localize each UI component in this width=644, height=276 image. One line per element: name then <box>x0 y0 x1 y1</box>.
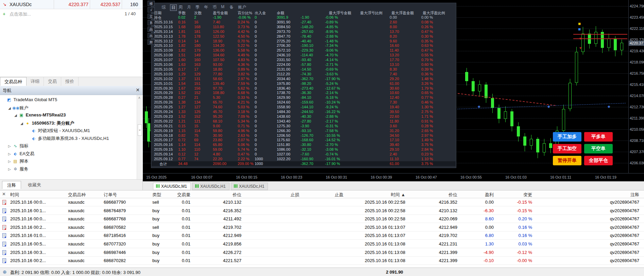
tree-expander-icon[interactable]: ▷ <box>8 144 12 148</box>
stats-cell: -17.90 % <box>325 162 340 166</box>
stats-cell: 1.38 <box>178 100 185 104</box>
tree-item[interactable]: ⬖ 对锁3按钮 - XAUUSDc,M1 <box>27 128 90 135</box>
trend-line[interactable] <box>458 93 556 106</box>
bottom-tab-收藏夹[interactable]: 收藏夹 <box>23 181 46 189</box>
chart-tab-XAUUSDc,M1[interactable]: XAUUSDc,M1 <box>153 183 191 190</box>
price-axis-label: 4218.090 <box>630 60 644 64</box>
tree-item[interactable]: ◢◉◉ 账户 <box>8 105 29 112</box>
trade-button-手工加空[interactable]: 手工加空 <box>553 144 581 153</box>
order-cell: 686764879 <box>104 208 126 213</box>
close-icon[interactable]: ✕ <box>2 191 6 197</box>
chart-tab-XAUUSDc,H1[interactable]: XAUUSDc,H1 <box>192 183 230 190</box>
stats-tab-周[interactable]: 周 <box>179 4 183 10</box>
chart-tool-button[interactable]: 品 <box>148 26 155 32</box>
orders-column-header[interactable]: 止盈 <box>289 192 343 198</box>
tree-expander-icon[interactable]: ◢ <box>20 122 24 125</box>
order-cell: 0.01 <box>133 250 190 255</box>
add-symbol-icon[interactable]: + <box>3 11 5 17</box>
order-row[interactable]: 2025.10.16 01:0...xauusdc687185416buy0.0… <box>0 232 644 240</box>
chart-tool-button[interactable]: 出 <box>148 33 155 38</box>
order-cell: 687185416 <box>104 233 126 238</box>
tree-item[interactable]: ▷✲ 服务 <box>8 166 29 173</box>
stats-tab-账户[interactable]: 账户 <box>238 4 246 10</box>
chart-tool-button[interactable]: √ <box>148 7 155 13</box>
chart-tool-button[interactable]: 立 <box>148 14 155 19</box>
order-row[interactable]: 2025.10.16 00:0...xauusdc686687768buy0.0… <box>0 215 644 223</box>
resistance-line[interactable] <box>573 34 627 35</box>
price-axis-label: 4208.710 <box>630 139 644 143</box>
order-buy-icon <box>2 233 6 238</box>
stats-tab-年[interactable]: 年 <box>204 4 208 10</box>
orders-column-header[interactable]: 时间 ▲ <box>351 192 405 198</box>
stats-tab-综[interactable]: 综 <box>162 4 166 10</box>
chart-tab-XAUUSDc,H1[interactable]: XAUUSDc,H1 <box>231 183 268 190</box>
trade-button-平多单[interactable]: 平多单 <box>584 132 613 142</box>
orders-column-header[interactable]: 交易量 <box>136 192 190 198</box>
navigator-scrollbar[interactable]: ∧ ≡ <box>137 95 142 179</box>
stats-cell: 1.14 <box>178 143 185 147</box>
chart-tool-button[interactable]: 移 <box>148 1 155 6</box>
tree-item[interactable]: ▷⬖ EA交易 <box>8 151 34 158</box>
order-row[interactable]: 2025.10.16 00:2...xauusdc686870582sell0.… <box>0 223 644 232</box>
nav-tab-报价[interactable]: 报价 <box>61 77 79 86</box>
order-row[interactable]: 2025.10.16 00:0...xauusdc686687790sell0.… <box>0 198 644 206</box>
ea-stats-panel: 综日周月季年币M备账户日期手数次数盈亏金额百分比%出入金余额最大浮亏金额最大浮亏… <box>151 3 456 168</box>
stats-cell: 持仓 <box>154 15 162 20</box>
orders-column-header[interactable]: 变更 <box>478 192 532 198</box>
tree-expander-icon[interactable]: ▷ <box>8 167 12 171</box>
bottom-tab-注释[interactable]: 注释 <box>2 181 21 189</box>
stats-cell: 1.10 <box>178 147 185 151</box>
stats-tab-备[interactable]: 备 <box>230 4 234 10</box>
nav-tab-详细[interactable]: 详细 <box>27 77 44 86</box>
tree-item[interactable]: ◩ TradeMax Global MT5 <box>2 97 57 105</box>
tree-expander-icon[interactable]: ◢ <box>8 106 12 110</box>
orders-column-header[interactable]: 时间 <box>10 192 19 198</box>
orders-column-header[interactable]: 注释 <box>585 192 639 198</box>
chart-tool-button[interactable]: B <box>148 20 155 25</box>
stats-cell: 18.90 <box>213 39 222 43</box>
order-row[interactable]: 2025.10.16 00:1...xauusdc686764879buy0.0… <box>0 207 644 215</box>
price-axis-label: 4206.030 <box>630 161 644 165</box>
trade-button-手工加多[interactable]: 手工加多 <box>553 132 581 142</box>
orders-column-header[interactable]: 订单号 <box>104 192 117 198</box>
stats-tab-M[interactable]: M <box>221 4 224 9</box>
orders-column-header[interactable]: 价位 <box>187 192 241 198</box>
nav-tab-交易品种[interactable]: 交易品种 <box>0 77 27 86</box>
add-symbol-row[interactable]: 点击添加... <box>10 11 31 17</box>
chart-area[interactable]: ◆◆◆◼◼▼▼ 综日周月季年币M备账户日期手数次数盈亏金额百分比%出入金余额最大… <box>143 0 644 190</box>
order-cell: 2025.10.16 01:13:07 <box>348 225 405 230</box>
time-axis-label: 16 Oct 00:39 <box>371 175 392 179</box>
tree-item[interactable]: ⬖ 多功能跟单系统26.3 - XAUUSDc,H1 <box>27 135 109 143</box>
order-cell: 686687768 <box>104 216 126 221</box>
stats-cell: 4.83 % <box>238 58 249 62</box>
order-cell: 2025.10.16 00:2... <box>10 225 46 230</box>
tree-expander-icon[interactable]: ▷ <box>8 160 12 163</box>
scroll-up-icon[interactable]: ∧ <box>138 96 140 99</box>
trade-button-暂停开单[interactable]: 暂停开单 <box>553 156 581 165</box>
tree-item[interactable]: ◢● 165096573: 美分账户 <box>20 120 74 128</box>
order-row[interactable]: 2025.10.16 00:2...xauusdc686870282buy0.0… <box>0 257 644 265</box>
tree-item[interactable]: ◢▣ Exness-MT5Real23 <box>14 112 66 120</box>
orders-column-header[interactable]: 交易品种 <box>68 192 86 198</box>
tree-item[interactable]: ▷∿ 指标 <box>8 143 29 150</box>
tree-expander-icon[interactable]: ▷ <box>8 152 12 156</box>
stats-tab-季[interactable]: 季 <box>196 4 200 10</box>
tree-expander-icon[interactable]: ◢ <box>14 113 18 117</box>
order-row[interactable]: 2025.10.16 00:3...xauusdc686987446buy0.0… <box>0 249 644 257</box>
diamond-marker-icon: ◆ <box>608 105 610 108</box>
tree-item[interactable]: ▷▤ 脚本 <box>8 158 29 166</box>
market-watch-row[interactable]: ↘ XAUUSDc 4220.377 4220.537 160 <box>0 0 142 9</box>
price-axis-label: 4215.410 <box>630 82 644 87</box>
nav-tab-交易[interactable]: 交易 <box>44 77 61 86</box>
stats-cell: 2025.09.29 <box>154 91 173 95</box>
trade-button-平空单[interactable]: 平空单 <box>584 144 613 153</box>
trade-button-全部平仓[interactable]: 全部平仓 <box>584 156 613 165</box>
stats-tab-日[interactable]: 日 <box>170 4 177 11</box>
stats-cell: 2025.09.30 <box>154 86 173 90</box>
stats-tab-币[interactable]: 币 <box>213 4 217 10</box>
scroll-thumb[interactable]: ≡ <box>138 124 142 136</box>
order-row[interactable]: 2025.10.16 00:5...xauusdc687077320buy0.0… <box>0 240 644 248</box>
stats-tab-月[interactable]: 月 <box>187 4 191 10</box>
chart-tool-button[interactable]: 卅 <box>148 39 155 45</box>
close-icon[interactable]: ✕ <box>136 87 140 93</box>
